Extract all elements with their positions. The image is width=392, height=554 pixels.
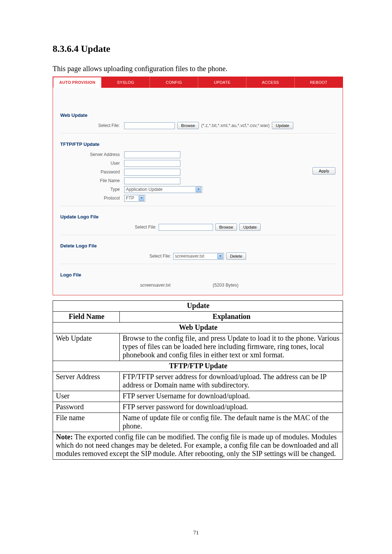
chevron-down-icon [196, 187, 201, 192]
table-row: User FTP server Username for download/up… [53, 391, 343, 402]
subheader-tftp: TFTP/FTP Update [53, 361, 343, 372]
update-logo-update-button[interactable]: Update [239, 223, 261, 231]
server-address-input[interactable] [124, 151, 180, 158]
tab-config[interactable]: CONFIG [150, 77, 198, 88]
section-intro: This page allows uploading configuration… [53, 65, 343, 73]
table-row: Server Address FTP/TFTP server address f… [53, 372, 343, 391]
note-label: Note: [56, 433, 73, 441]
select-file-label: Select File: [60, 123, 124, 128]
update-logo-browse-button[interactable]: Browse [215, 223, 237, 231]
tab-auto-provision[interactable]: AUTO PROVISION [53, 77, 102, 88]
select-file-input[interactable] [124, 122, 175, 129]
explanation-table: Update Field Name Explanation Web Update… [53, 300, 343, 460]
protocol-select-value: FTP [126, 196, 134, 201]
user-label: User [60, 161, 124, 166]
cell-field: Web Update [53, 333, 120, 361]
tab-update[interactable]: UPDATE [198, 77, 246, 88]
tab-bar: AUTO PROVISION SYSLOG CONFIG UPDATE ACCE… [53, 77, 343, 88]
update-logo-select-label: Select File: [135, 225, 156, 230]
note-cell: Note: The exported config file can be mo… [53, 432, 343, 460]
chevron-down-icon [139, 196, 144, 201]
user-input[interactable] [124, 160, 180, 167]
delete-button[interactable]: Delete [226, 253, 246, 260]
protocol-select[interactable]: FTP [124, 195, 145, 202]
cell-field: User [53, 391, 120, 402]
logo-file-title: Logo File [60, 272, 335, 278]
header-field-name: Field Name [53, 312, 120, 323]
chevron-down-icon [217, 254, 223, 259]
subheader-web-update: Web Update [53, 323, 343, 333]
tftp-title: TFTP/FTP Update [60, 141, 335, 147]
password-label: Password [60, 169, 124, 175]
tab-access[interactable]: ACCESS [246, 77, 295, 88]
server-address-label: Server Address [60, 152, 124, 157]
header-explanation: Explanation [119, 312, 343, 323]
table-row: Web Update Browse to the config file, an… [53, 333, 343, 361]
table-row: File name Name of update file or config … [53, 413, 343, 432]
file-name-input[interactable] [124, 177, 180, 184]
cell-field: Password [53, 402, 120, 413]
cell-explanation: FTP/TFTP server address for download/upl… [119, 372, 343, 391]
update-logo-title: Update Logo File [60, 214, 335, 219]
web-update-title: Web Update [60, 112, 335, 118]
cell-field: File name [53, 413, 120, 432]
type-select-value: Application Update [126, 187, 163, 192]
delete-logo-select[interactable]: screensaver.txt [173, 253, 224, 260]
delete-logo-select-value: screensaver.txt [175, 254, 204, 259]
protocol-label: Protocol [60, 196, 124, 201]
filetypes-hint: (*.z,*.txt,*.xml,*.au,*.vcf,*.csv,*.wav) [201, 123, 269, 128]
section-heading: 8.3.6.4 Update [53, 44, 343, 54]
password-input[interactable] [124, 169, 180, 176]
file-name-label: File Name [60, 178, 124, 183]
cell-explanation: Name of update file or config file. The … [119, 413, 343, 432]
cell-explanation: Browse to the config file, and press Upd… [119, 333, 343, 361]
browse-button[interactable]: Browse [177, 122, 199, 129]
tab-syslog[interactable]: SYSLOG [102, 77, 150, 88]
web-update-button[interactable]: Update [272, 122, 293, 129]
type-label: Type [60, 187, 124, 192]
page-number: 71 [0, 530, 392, 536]
tab-reboot[interactable]: REBOOT [295, 77, 343, 88]
table-title: Update [53, 301, 343, 312]
cell-explanation: FTP server password for download/upload. [119, 402, 343, 413]
note-text: The exported config file can be modified… [56, 433, 338, 457]
table-row: Password FTP server password for downloa… [53, 402, 343, 413]
cell-explanation: FTP server Username for download/upload. [119, 391, 343, 402]
update-logo-input[interactable] [159, 224, 213, 231]
delete-logo-select-label: Select File: [150, 254, 171, 259]
type-select[interactable]: Application Update [124, 186, 202, 193]
update-panel: AUTO PROVISION SYSLOG CONFIG UPDATE ACCE… [53, 77, 343, 295]
logo-file-name: screensaver.txt [140, 283, 213, 288]
delete-logo-title: Delete Logo File [60, 243, 335, 249]
cell-field: Server Address [53, 372, 120, 391]
apply-button[interactable]: Apply [313, 167, 335, 175]
logo-file-size: (5203 Bytes) [213, 283, 238, 288]
